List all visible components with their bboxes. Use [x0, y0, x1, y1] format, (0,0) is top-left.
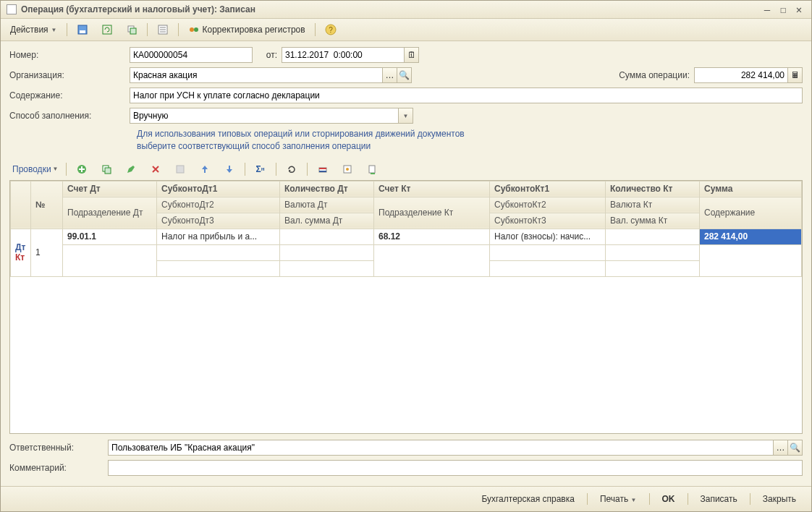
svg-rect-15 — [105, 168, 111, 174]
cell-sub-kt2[interactable] — [490, 244, 606, 260]
cell-sub-dt1[interactable]: Налог на прибыль и а... — [157, 229, 280, 244]
org-search-button[interactable]: 🔍 — [397, 67, 412, 83]
cell-valsum-kt[interactable] — [606, 260, 700, 276]
move-down-button[interactable] — [219, 161, 240, 177]
table-row[interactable]: Дт Кт 1 99.01.1 Налог на прибыль и а... … — [11, 229, 802, 244]
add-row-button[interactable] — [71, 161, 93, 177]
col-sub-kt1[interactable]: СубконтоКт1 — [490, 181, 606, 197]
cell-acc-dt[interactable]: 99.01.1 — [63, 229, 157, 244]
col-qty-kt[interactable]: Количество Кт — [606, 181, 700, 197]
col-content[interactable]: Содержание — [700, 197, 802, 229]
number-input[interactable] — [130, 47, 253, 63]
col-valsum-dt[interactable]: Вал. сумма Дт — [280, 213, 374, 229]
registers-button[interactable]: Корректировка регистров — [183, 22, 310, 38]
sum-input[interactable] — [694, 67, 788, 83]
cell-cur-dt[interactable] — [280, 244, 374, 260]
refresh-icon — [101, 24, 113, 35]
table-row[interactable] — [11, 244, 802, 260]
arrow-up-icon — [199, 163, 211, 175]
col-valsum-kt[interactable]: Вал. сумма Кт — [606, 213, 700, 229]
cell-qty-kt[interactable] — [606, 229, 700, 244]
cell-acc-kt[interactable]: 68.12 — [374, 229, 490, 244]
arrow-down-icon — [224, 163, 235, 175]
copy-icon — [126, 24, 138, 35]
col-cur-dt[interactable]: Валюта Дт — [280, 197, 374, 213]
date-input[interactable] — [282, 47, 405, 63]
svg-rect-19 — [319, 171, 326, 172]
col-dept-kt[interactable]: Подразделение Кт — [374, 197, 490, 229]
copy-row-button[interactable] — [96, 161, 117, 177]
cell-dept-kt[interactable] — [374, 244, 490, 276]
window: Операция (бухгалтерский и налоговый учет… — [0, 0, 812, 512]
chevron-down-icon: ▼ — [51, 27, 57, 33]
cell-dept-dt[interactable] — [63, 244, 157, 276]
copy-row-icon — [101, 163, 112, 175]
col-sub-dt2[interactable]: СубконтоДт2 — [157, 197, 280, 213]
move-up-button[interactable] — [194, 161, 216, 177]
copy-icon-button[interactable] — [121, 22, 143, 38]
resp-select-button[interactable]: … — [774, 440, 788, 456]
grid-icon — [174, 163, 186, 175]
actions-menu[interactable]: Действия ▼ — [5, 22, 62, 37]
col-marker[interactable] — [11, 181, 31, 229]
bottom-form: Ответственный: … 🔍 Комментарий: — [1, 434, 811, 486]
print-menu[interactable]: Печать ▼ — [592, 491, 645, 507]
cell-sum[interactable]: 282 414,00 — [700, 229, 802, 244]
close-footer-button[interactable]: Закрыть — [755, 491, 804, 507]
col-qty-dt[interactable]: Количество Дт — [280, 181, 374, 197]
from-label: от: — [257, 50, 277, 60]
disabled-button[interactable] — [169, 161, 191, 177]
cell-content[interactable] — [700, 244, 802, 276]
refresh-icon-button[interactable] — [96, 22, 118, 38]
save-icon-button[interactable] — [72, 22, 93, 38]
cell-sub-dt3[interactable] — [157, 260, 280, 276]
cell-num[interactable]: 1 — [31, 229, 63, 276]
col-num[interactable]: № — [31, 181, 63, 229]
org-input[interactable] — [130, 67, 383, 83]
maximize-button[interactable]: ☐ — [777, 4, 790, 15]
col-sub-dt3[interactable]: СубконтоДт3 — [157, 213, 280, 229]
number-label: Номер: — [9, 50, 125, 60]
ok-button[interactable]: OK — [654, 491, 683, 507]
cell-sub-kt1[interactable]: Налог (взносы): начис... — [490, 229, 606, 244]
delete-row-button[interactable] — [145, 161, 166, 177]
help-icon-button[interactable]: ? — [320, 22, 342, 38]
content-input[interactable] — [130, 88, 803, 103]
close-button[interactable]: ✕ — [792, 4, 805, 15]
sum-calc-button[interactable]: 🖩 — [788, 67, 803, 83]
cell-sub-kt3[interactable] — [490, 260, 606, 276]
col-acc-dt[interactable]: Счет Дт — [63, 181, 157, 197]
cell-valsum-dt[interactable] — [280, 260, 374, 276]
col-acc-kt[interactable]: Счет Кт — [374, 181, 490, 197]
fill-label: Способ заполнения: — [9, 111, 125, 121]
fill-dropdown-button[interactable]: ▼ — [399, 108, 413, 124]
org-select-button[interactable]: … — [383, 67, 397, 83]
calculator-icon: 🖩 — [790, 69, 801, 81]
minimize-button[interactable]: — — [761, 4, 774, 15]
col-sub-dt1[interactable]: СубконтоДт1 — [157, 181, 280, 197]
fill-select[interactable] — [130, 108, 399, 124]
date-picker-button[interactable]: 🗓 — [405, 47, 419, 63]
cell-qty-dt[interactable] — [280, 229, 374, 244]
cell-cur-kt[interactable] — [606, 244, 700, 260]
chevron-down-icon: ▼ — [53, 166, 59, 172]
edit-row-button[interactable] — [120, 161, 142, 177]
col-dept-dt[interactable]: Подразделение Дт — [63, 197, 157, 229]
col-sub-kt2[interactable]: СубконтоКт2 — [490, 197, 606, 213]
sigma-button[interactable]: Σн — [250, 161, 271, 177]
help-link[interactable]: Бухгалтерская справка — [473, 491, 583, 507]
settings-button[interactable] — [337, 161, 358, 177]
export-button[interactable] — [361, 161, 383, 177]
cell-sub-dt2[interactable] — [157, 244, 280, 260]
col-sum[interactable]: Сумма — [700, 181, 802, 197]
list-icon-button[interactable] — [152, 22, 174, 38]
resp-search-button[interactable]: 🔍 — [788, 440, 803, 456]
comment-input[interactable] — [108, 460, 803, 476]
reload-button[interactable] — [281, 161, 303, 177]
col-cur-kt[interactable]: Валюта Кт — [606, 197, 700, 213]
save-button[interactable]: Записать — [693, 491, 745, 507]
flag-button[interactable] — [312, 161, 334, 177]
resp-input[interactable] — [108, 440, 774, 456]
entries-menu[interactable]: Проводки ▼ — [9, 163, 62, 176]
col-sub-kt3[interactable]: СубконтоКт3 — [490, 213, 606, 229]
